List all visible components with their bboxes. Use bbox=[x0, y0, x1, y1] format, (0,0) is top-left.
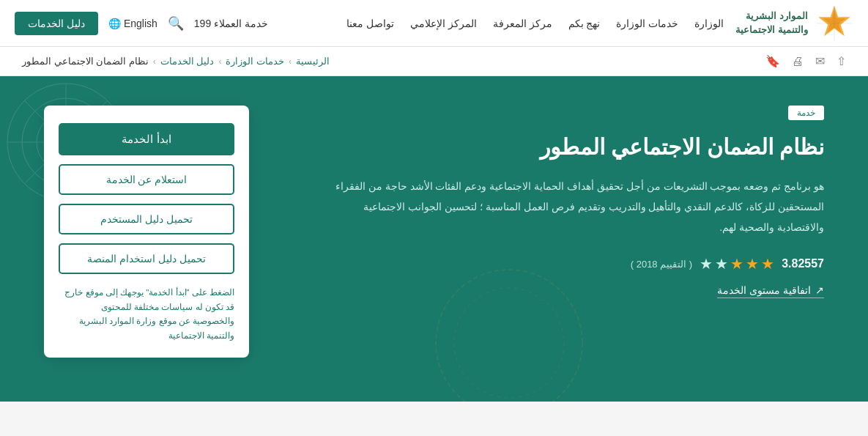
nav-contact[interactable]: تواصل معنا bbox=[346, 18, 394, 29]
star-5: ★ bbox=[700, 255, 713, 273]
logo-text: الموارد البشرية والتنمية الاجتماعية bbox=[735, 10, 808, 36]
logo-line2: والتنمية الاجتماعية bbox=[735, 23, 808, 37]
english-language-button[interactable]: English 🌐 bbox=[108, 18, 157, 29]
logo-area: الموارد البشرية والتنمية الاجتماعية bbox=[735, 4, 853, 43]
nav-knowledge[interactable]: مركز المعرفة bbox=[493, 18, 552, 29]
nav-media[interactable]: المركز الإعلامي bbox=[410, 18, 477, 29]
rating-row: 3.82557 ★ ★ ★ ★ ★ ( التقييم 2018 ) bbox=[278, 255, 824, 273]
breadcrumb-sep-2: › bbox=[218, 56, 221, 67]
rating-year: ( التقييم 2018 ) bbox=[631, 259, 692, 270]
nav-ministry-services[interactable]: خدمات الوزارة bbox=[616, 18, 678, 29]
sla-link[interactable]: ↗ اتفاقية مستوى الخدمة bbox=[717, 284, 824, 298]
breadcrumb-home[interactable]: الرئيسية bbox=[296, 56, 330, 67]
stars-container: ★ ★ ★ ★ ★ bbox=[700, 255, 774, 273]
breadcrumb: الرئيسية › خدمات الوزارة › دليل الخدمات … bbox=[22, 56, 330, 67]
external-link-icon: ↗ bbox=[815, 284, 824, 296]
header-left: خدمة العملاء 199 🔍 English 🌐 دليل الخدما… bbox=[15, 12, 268, 35]
bookmark-icon[interactable]: 🔖 bbox=[765, 54, 780, 68]
service-badge: خدمة bbox=[788, 106, 824, 120]
search-icon: 🔍 bbox=[168, 16, 184, 31]
ministry-logo-icon bbox=[815, 4, 853, 43]
header-right: الموارد البشرية والتنمية الاجتماعية الوز… bbox=[346, 4, 853, 43]
nav-ministry[interactable]: الوزارة bbox=[694, 18, 724, 29]
rating-score: 3.82557 bbox=[782, 257, 824, 270]
customer-service-text: خدمة العملاء 199 bbox=[194, 18, 268, 29]
star-1: ★ bbox=[761, 255, 774, 273]
logo-line1: الموارد البشرية bbox=[735, 10, 808, 23]
breadcrumb-bar: ⇧ ✉ 🖨 🔖 الرئيسية › خدمات الوزارة › دليل … bbox=[0, 47, 868, 76]
main-nav: الوزارة خدمات الوزارة نهج بكم مركز المعر… bbox=[346, 18, 724, 29]
english-label: English bbox=[124, 18, 157, 29]
site-header: الموارد البشرية والتنمية الاجتماعية الوز… bbox=[0, 0, 868, 47]
hero-content: خدمة نظام الضمان الاجتماعي المطور هو برن… bbox=[44, 106, 824, 358]
breadcrumb-ministry-services[interactable]: خدمات الوزارة bbox=[226, 56, 284, 67]
service-guide-button[interactable]: دليل الخدمات bbox=[15, 12, 98, 35]
platform-guide-button[interactable]: تحميل دليل استخدام المنصة bbox=[59, 243, 234, 274]
hero-title: نظام الضمان الاجتماعي المطور bbox=[278, 132, 824, 163]
print-icon[interactable]: 🖨 bbox=[792, 55, 804, 68]
hero-text: خدمة نظام الضمان الاجتماعي المطور هو برن… bbox=[278, 106, 824, 298]
hero-description: هو برنامج تم وضعه بموجب التشريعات من أجل… bbox=[326, 176, 824, 237]
user-guide-button[interactable]: تحميل دليل المستخدم bbox=[59, 204, 234, 234]
sla-link-text: اتفاقية مستوى الخدمة bbox=[717, 284, 811, 296]
card-note: الضغط على "ابدأ الخدمة" يوجهك إلى موقع خ… bbox=[59, 286, 234, 343]
breadcrumb-sep-1: › bbox=[289, 56, 292, 67]
share-icon[interactable]: ⇧ bbox=[837, 54, 846, 68]
globe-icon: 🌐 bbox=[108, 18, 121, 29]
start-service-button[interactable]: ابدأ الخدمة bbox=[59, 123, 234, 155]
hero-section: خدمة نظام الضمان الاجتماعي المطور هو برن… bbox=[0, 76, 868, 402]
star-4: ★ bbox=[715, 255, 728, 273]
breadcrumb-sep-3: › bbox=[153, 56, 156, 67]
email-icon[interactable]: ✉ bbox=[815, 54, 825, 68]
breadcrumb-current: نظام الضمان الاجتماعي المطور bbox=[22, 56, 149, 67]
breadcrumb-guide[interactable]: دليل الخدمات bbox=[160, 56, 215, 67]
star-2: ★ bbox=[746, 255, 759, 273]
service-card: ابدأ الخدمة استعلام عن الخدمة تحميل دليل… bbox=[44, 106, 249, 358]
inquire-service-button[interactable]: استعلام عن الخدمة bbox=[59, 164, 234, 195]
search-button[interactable]: 🔍 bbox=[168, 15, 184, 32]
star-3: ★ bbox=[730, 255, 743, 273]
nav-approach[interactable]: نهج بكم bbox=[568, 18, 601, 29]
page-actions: ⇧ ✉ 🖨 🔖 bbox=[765, 54, 846, 68]
